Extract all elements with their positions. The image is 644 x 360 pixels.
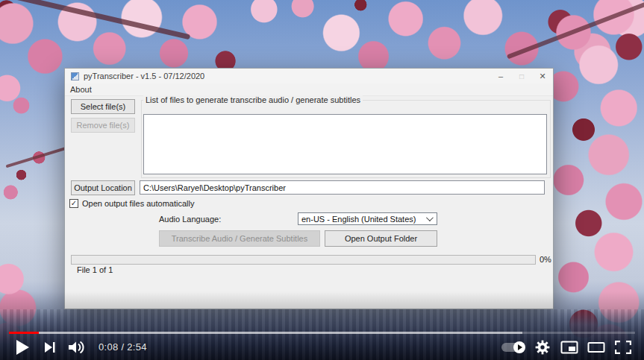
output-path-field[interactable] [140, 180, 545, 195]
file-list-label: List of files to generate transcribe aud… [143, 95, 363, 104]
play-icon [16, 340, 29, 355]
transcribe-button[interactable]: Transcribe Audio / Generate Subtitles [159, 230, 320, 247]
theater-mode-button[interactable] [583, 334, 610, 360]
video-player[interactable]: pyTranscriber - v1.5 - 07/12/2020 – □ ✕ … [0, 0, 644, 360]
minimize-icon: – [498, 72, 503, 80]
cherry-blossom-left [0, 71, 71, 360]
minimize-button[interactable]: – [490, 69, 511, 83]
branch [0, 0, 190, 40]
pytranscriber-window: pyTranscriber - v1.5 - 07/12/2020 – □ ✕ … [64, 68, 554, 309]
maximize-icon: □ [519, 72, 524, 80]
volume-button[interactable] [63, 334, 93, 360]
close-icon: ✕ [539, 72, 545, 81]
gear-icon [535, 340, 550, 355]
theater-icon [587, 341, 605, 354]
branch [507, 0, 644, 59]
player-controls: 0:08 / 2:54 [0, 334, 644, 360]
audio-language-select[interactable]: en-US - English (United States) [298, 212, 437, 225]
cherry-blossom-top [0, 0, 644, 78]
check-icon: ✓ [71, 200, 77, 207]
transcription-progress-bar [71, 255, 536, 265]
time-display: 0:08 / 2:54 [99, 341, 147, 353]
progress-percent: 0% [540, 255, 551, 264]
fullscreen-icon [615, 341, 631, 354]
branch [5, 145, 72, 168]
play-button[interactable] [7, 334, 37, 360]
autoplay-toggle[interactable] [496, 334, 529, 360]
open-output-checkbox[interactable]: ✓ [69, 199, 78, 208]
fullscreen-button[interactable] [610, 334, 637, 360]
autoplay-track [501, 343, 524, 352]
miniplayer-button[interactable] [556, 334, 583, 360]
autoplay-play-icon [518, 344, 522, 350]
settings-button[interactable] [529, 334, 556, 360]
maximize-button[interactable]: □ [511, 69, 532, 83]
close-button[interactable]: ✕ [532, 69, 553, 83]
select-files-button[interactable]: Select file(s) [71, 99, 135, 114]
autoplay-knob [513, 341, 525, 353]
next-icon [44, 341, 56, 353]
window-title: pyTranscriber - v1.5 - 07/12/2020 [84, 72, 204, 80]
open-output-folder-button[interactable]: Open Output Folder [325, 230, 437, 247]
menu-bar: About [65, 83, 553, 96]
audio-language-label: Audio Language: [159, 215, 221, 224]
cherry-blossom-right [543, 0, 644, 360]
audio-language-value: en-US - English (United States) [301, 215, 426, 224]
file-listbox[interactable] [143, 114, 547, 174]
output-location-button[interactable]: Output Location [71, 180, 135, 195]
file-counter: File 1 of 1 [77, 265, 113, 274]
app-icon [71, 72, 79, 80]
chevron-down-icon [426, 214, 434, 221]
menu-about[interactable]: About [65, 85, 97, 94]
miniplayer-icon [560, 341, 578, 354]
open-output-checkbox-label: Open output files automatically [82, 199, 194, 208]
next-button[interactable] [37, 334, 63, 360]
volume-icon [69, 341, 87, 354]
remove-files-button[interactable]: Remove file(s) [71, 118, 135, 133]
window-titlebar[interactable]: pyTranscriber - v1.5 - 07/12/2020 – □ ✕ [65, 69, 553, 83]
